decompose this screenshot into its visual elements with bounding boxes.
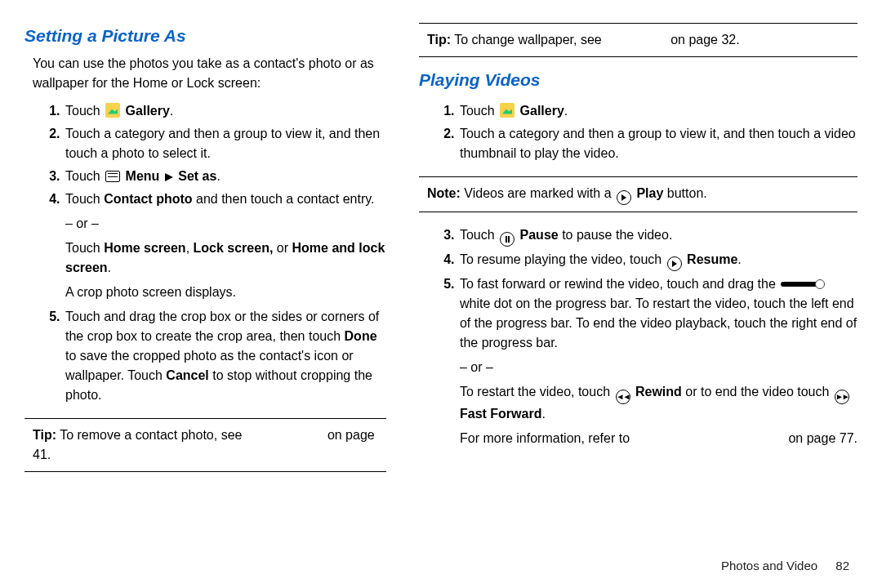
- or-separator: – or –: [460, 358, 858, 377]
- fast-forward-icon: ►►: [835, 390, 849, 404]
- text: Touch a category and then a group to vie…: [65, 127, 380, 160]
- text: Touch: [460, 104, 498, 118]
- list-item: Touch a category and then a group to vie…: [458, 124, 858, 163]
- text: To change wallpaper, see: [451, 33, 605, 47]
- divider: [24, 418, 386, 419]
- footer-section: Photos and Video: [721, 559, 817, 572]
- text: To restart the video, touch: [460, 385, 614, 399]
- text: or to end the video touch: [682, 385, 833, 399]
- list-item: To resume playing the video, touch Resum…: [458, 250, 858, 271]
- list-item: Touch Gallery.: [458, 101, 858, 121]
- text: Cancel: [166, 368, 208, 382]
- fast-forward-label: Fast Forward: [460, 407, 541, 421]
- heading-setting-picture-as: Setting a Picture As: [24, 23, 386, 49]
- list-item: Touch Gallery.: [64, 101, 386, 121]
- text: Touch: [65, 192, 104, 206]
- list-item: Touch Menu Set as.: [64, 167, 386, 186]
- text: Home screen: [104, 241, 186, 255]
- right-steps-cont: Touch Pause to pause the video. To resum…: [419, 222, 858, 453]
- footer-page-number: 82: [835, 559, 849, 572]
- or-separator: – or –: [65, 214, 386, 234]
- tip-remove-contact-photo: Tip: To remove a contact photo, see on p…: [33, 425, 378, 465]
- progress-bar-icon: [781, 282, 822, 287]
- right-steps: Touch Gallery. Touch a category and then…: [419, 98, 858, 167]
- text: Done: [345, 329, 377, 343]
- intro-text: You can use the photos you take as a con…: [33, 54, 386, 93]
- list-item: To fast forward or rewind the video, tou…: [458, 274, 858, 448]
- text: Touch: [65, 104, 104, 118]
- menu-icon: [105, 171, 120, 182]
- text: For more information, refer to: [460, 431, 634, 445]
- text: .: [108, 261, 111, 274]
- heading-playing-videos: Playing Videos: [419, 67, 858, 93]
- text: Touch and drag the crop box or the sides…: [65, 310, 379, 343]
- text: Touch: [460, 228, 498, 242]
- rewind-icon: ◄◄: [616, 390, 630, 404]
- right-column: Tip: To change wallpaper, see on page 32…: [419, 23, 858, 572]
- pause-icon: [500, 232, 514, 247]
- text: Lock screen,: [194, 241, 274, 255]
- text: .: [564, 104, 568, 118]
- resume-label: Resume: [687, 252, 737, 266]
- page-footer: Photos and Video 82: [721, 557, 849, 576]
- menu-label: Menu: [126, 169, 163, 183]
- rewind-label: Rewind: [635, 385, 682, 399]
- play-label: Play: [636, 186, 663, 200]
- text: To remove a contact photo, see: [56, 428, 246, 442]
- text: .: [170, 104, 173, 118]
- tip-change-wallpaper: Tip: To change wallpaper, see on page 32…: [427, 30, 849, 50]
- note-label: Note:: [427, 186, 461, 200]
- tip-label: Tip:: [33, 428, 56, 442]
- list-item: Touch Contact photo and then touch a con…: [64, 189, 386, 302]
- text: To resume playing the video, touch: [460, 252, 666, 266]
- left-column: Setting a Picture As You can use the pho…: [24, 23, 386, 572]
- text: Touch: [65, 241, 104, 255]
- text: .: [541, 407, 545, 421]
- text: and then touch a contact entry.: [193, 192, 375, 206]
- gallery-label: Gallery: [520, 104, 564, 118]
- play-icon: [617, 190, 631, 205]
- pause-label: Pause: [520, 228, 559, 242]
- text: or: [273, 241, 292, 255]
- list-item: Touch a category and then a group to vie…: [64, 124, 386, 163]
- text: Contact photo: [104, 192, 192, 206]
- list-item: Touch and drag the crop box or the sides…: [64, 307, 386, 405]
- divider: [419, 176, 858, 177]
- text: To fast forward or rewind the video, tou…: [460, 277, 779, 291]
- text: Touch a category and then a group to vie…: [460, 127, 856, 160]
- arrow-right-icon: [165, 173, 173, 181]
- tip-label: Tip:: [427, 33, 451, 47]
- setas-label: Set as: [178, 169, 216, 183]
- text: to pause the video.: [559, 228, 673, 242]
- gallery-icon: [500, 103, 514, 118]
- text: on page 32.: [670, 33, 740, 47]
- gallery-icon: [105, 103, 120, 118]
- text: button.: [663, 186, 706, 200]
- divider: [419, 56, 858, 57]
- divider: [419, 212, 858, 212]
- gallery-label: Gallery: [126, 104, 170, 118]
- text: .: [216, 169, 220, 183]
- text: ,: [186, 241, 194, 255]
- text: Videos are marked with a: [461, 186, 615, 200]
- text: A crop photo screen displays.: [65, 283, 386, 302]
- text: Touch: [65, 169, 104, 183]
- divider: [24, 471, 386, 472]
- left-steps: Touch Gallery. Touch a category and then…: [24, 98, 386, 408]
- text: on page 77.: [788, 431, 858, 445]
- note-play-button: Note: Videos are marked with a Play butt…: [427, 184, 849, 205]
- text: .: [737, 252, 741, 266]
- play-icon: [667, 256, 682, 271]
- list-item: Touch Pause to pause the video.: [458, 225, 858, 247]
- divider: [419, 23, 858, 24]
- text: white dot on the progress bar. To restar…: [460, 296, 857, 350]
